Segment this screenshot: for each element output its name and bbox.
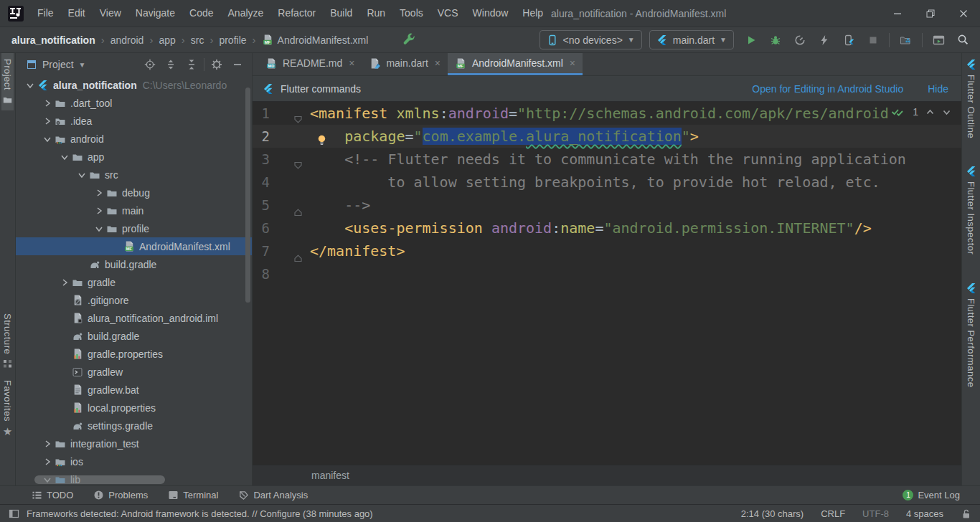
tree-expand-chevron[interactable]	[40, 116, 55, 126]
status-file-encoding[interactable]: UTF-8	[862, 508, 889, 519]
code-line-5[interactable]: 5 -->	[253, 194, 961, 217]
tree-item-gradlew.bat[interactable]: gradlew.bat	[16, 381, 252, 399]
code-line-2[interactable]: 2 package="com.example.alura_notificatio…	[253, 125, 961, 148]
lock-open-icon[interactable]	[961, 508, 971, 519]
panel-toggle-icon[interactable]	[9, 508, 19, 519]
tree-item-gradlew[interactable]: gradlew	[16, 363, 252, 381]
stripe-tab-project[interactable]: Project	[1, 53, 14, 110]
settings-button[interactable]	[208, 56, 225, 73]
menu-help[interactable]: Help	[515, 0, 550, 27]
tree-item-gradle.properties[interactable]: gradle.properties	[16, 345, 252, 363]
breadcrumb-item-app[interactable]: app	[159, 34, 175, 46]
tree-collapse-chevron[interactable]	[23, 80, 37, 90]
stop-button[interactable]	[863, 30, 882, 49]
tree-item-local.properties[interactable]: local.properties	[16, 399, 252, 417]
menu-file[interactable]: File	[30, 0, 61, 27]
flutter-attach-button[interactable]	[839, 30, 858, 49]
device-file-explorer-button[interactable]	[896, 30, 915, 49]
restore-button[interactable]	[914, 0, 947, 27]
editor-tab-androidmanifest.xml[interactable]: MFAndroidManifest.xml×	[448, 53, 583, 75]
line-number[interactable]: 6	[253, 217, 270, 239]
stripe-tab-flutter-performance[interactable]: Flutter Performance	[965, 277, 978, 393]
menu-window[interactable]: Window	[466, 0, 516, 27]
project-tree-h-scrollbar[interactable]	[34, 475, 165, 484]
tree-item-.idea[interactable]: .idea	[16, 112, 252, 130]
menu-tools[interactable]: Tools	[392, 0, 430, 27]
tree-item-.gitignore[interactable]: .gitignore	[16, 291, 252, 309]
tree-item-integration_test[interactable]: integration_test	[16, 435, 252, 452]
tree-item-src[interactable]: src	[16, 166, 252, 184]
project-tree-scrollbar[interactable]	[245, 87, 250, 303]
flutter-wrench-button[interactable]	[402, 32, 416, 48]
tree-item-profile[interactable]: profile	[16, 219, 252, 237]
tree-item-android[interactable]: android	[16, 130, 252, 148]
menu-vcs[interactable]: VCS	[430, 0, 466, 27]
code-editor[interactable]: 1 1<manifest xmlns:android="http://schem…	[253, 102, 961, 465]
menu-build[interactable]: Build	[323, 0, 359, 27]
attach-profiler-button[interactable]	[814, 30, 834, 49]
line-number[interactable]: 8	[253, 262, 270, 285]
expand-all-button[interactable]	[162, 56, 179, 73]
debug-button[interactable]	[765, 30, 785, 49]
stripe-tab-flutter-outline[interactable]: Flutter Outline	[965, 53, 978, 144]
toolwindow-dart-analysis[interactable]: Dart Analysis	[238, 490, 308, 500]
tree-expand-chevron[interactable]	[40, 457, 55, 467]
tab-close-icon[interactable]: ×	[435, 57, 440, 69]
breadcrumb-item-alura_notification[interactable]: alura_notification	[11, 34, 95, 46]
tree-collapse-chevron[interactable]	[75, 170, 89, 180]
tree-item-AndroidManifest.xml[interactable]: MFAndroidManifest.xml	[16, 237, 252, 255]
code-line-3[interactable]: 3 <!-- Flutter needs it to communicate w…	[253, 148, 961, 171]
menu-code[interactable]: Code	[182, 0, 220, 27]
line-number[interactable]: 7	[253, 239, 270, 262]
tree-item-.dart_tool[interactable]: .dart_tool	[16, 94, 252, 112]
run-button[interactable]	[741, 30, 760, 49]
code-line-8[interactable]: 8	[253, 262, 961, 285]
search-everywhere-button[interactable]	[953, 30, 973, 49]
locate-file-button[interactable]	[141, 56, 159, 73]
menu-run[interactable]: Run	[359, 0, 392, 27]
menu-view[interactable]: View	[93, 0, 128, 27]
status-caret-position[interactable]: 2:14 (30 chars)	[741, 508, 804, 519]
breadcrumb-item-androidmanifest.xml[interactable]: MFAndroidManifest.xml	[262, 34, 369, 46]
tree-collapse-chevron[interactable]	[92, 224, 106, 234]
tree-item-settings.gradle[interactable]: settings.gradle	[16, 417, 252, 435]
tree-item-app[interactable]: app	[16, 148, 252, 166]
project-panel-title[interactable]: Project	[42, 59, 74, 70]
menu-analyze[interactable]: Analyze	[221, 0, 271, 27]
status-line-separator[interactable]: CRLF	[821, 508, 845, 519]
tree-expand-chevron[interactable]	[92, 188, 106, 198]
toolwindow-terminal[interactable]: Terminal	[168, 490, 218, 500]
breadcrumb-item-android[interactable]: android	[110, 34, 144, 46]
tree-expand-chevron[interactable]	[40, 439, 55, 449]
tree-item-alura_notification[interactable]: alura_notificationC:\Users\Leonardo	[16, 76, 252, 94]
tree-expand-chevron[interactable]	[92, 206, 106, 216]
device-selector[interactable]: <no devices> ▼	[540, 30, 642, 49]
toolwindow-problems[interactable]: Problems	[93, 490, 148, 500]
line-number[interactable]: 4	[253, 171, 270, 194]
tree-item-gradle[interactable]: gradle	[16, 273, 252, 291]
code-line-1[interactable]: 1<manifest xmlns:android="http://schemas…	[253, 102, 961, 125]
toolwindow-todo[interactable]: TODO	[32, 490, 73, 500]
breadcrumb-item-profile[interactable]: profile	[219, 34, 246, 46]
menu-edit[interactable]: Edit	[61, 0, 93, 27]
minimize-button[interactable]	[881, 0, 914, 27]
run-anything-button[interactable]	[929, 30, 948, 49]
menu-navigate[interactable]: Navigate	[128, 0, 182, 27]
chevron-down-icon[interactable]: ▼	[79, 61, 86, 69]
tab-close-icon[interactable]: ×	[349, 57, 354, 69]
profiler-button[interactable]	[790, 30, 809, 49]
tree-item-build.gradle[interactable]: build.gradle	[16, 255, 252, 273]
code-line-7[interactable]: 7</manifest>	[253, 239, 961, 262]
breadcrumb-item-src[interactable]: src	[191, 34, 204, 46]
open-in-android-studio-link[interactable]: Open for Editing in Android Studio	[752, 83, 903, 95]
tree-item-ios[interactable]: ios	[16, 452, 252, 470]
tree-expand-chevron[interactable]	[40, 98, 55, 108]
line-number[interactable]: 3	[253, 148, 270, 171]
editor-tab-readme.md[interactable]: MDREADME.md×	[258, 53, 362, 75]
code-line-4[interactable]: 4 to allow setting breakpoints, to provi…	[253, 171, 961, 194]
collapse-all-button[interactable]	[183, 56, 200, 73]
tree-item-main[interactable]: main	[16, 201, 252, 219]
close-button[interactable]	[947, 0, 980, 27]
menu-refactor[interactable]: Refactor	[270, 0, 323, 27]
breadcrumb-tag[interactable]: manifest	[311, 470, 349, 481]
